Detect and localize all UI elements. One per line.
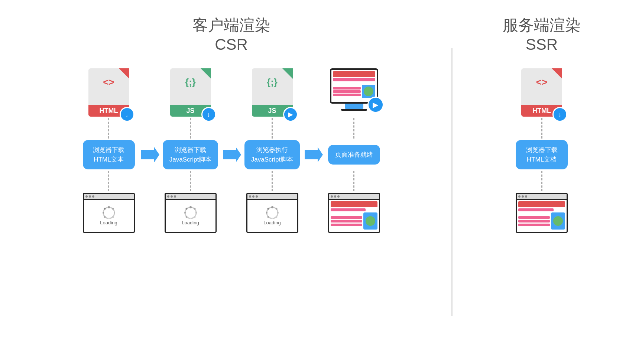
browser-4 [328, 193, 380, 233]
browser-1: Loading [83, 193, 135, 233]
arrow-step-3 [302, 146, 324, 163]
ready-bar-red [331, 201, 377, 207]
svg-point-29 [267, 208, 269, 209]
svg-point-26 [272, 218, 273, 219]
ssr-section: 服务端渲染 SSR <> HTML ↓ 浏览器下载HTML文档 [464, 15, 620, 349]
svg-point-10 [103, 212, 104, 214]
step-slot-1: 浏览器下载HTML文本 [79, 140, 139, 169]
browser-slot-4 [324, 193, 384, 233]
svg-marker-1 [223, 147, 241, 162]
file-corner [119, 68, 129, 79]
browser-dot [331, 195, 333, 198]
svg-point-11 [104, 208, 106, 209]
dot-bspacer-1 [139, 169, 161, 193]
dotted-line-4 [353, 118, 354, 139]
ssr-browser [516, 193, 568, 233]
monitor-bar-red [333, 71, 375, 77]
monitor-circle [364, 87, 373, 96]
browser-dot [522, 195, 524, 198]
ssr-icon-row: <> HTML ↓ [521, 68, 562, 117]
loading-text-1: Loading [100, 220, 117, 225]
ssr-line3 [518, 224, 550, 226]
file-code: <> [103, 77, 114, 88]
browser-loading-1: Loading [84, 200, 134, 231]
svg-point-8 [108, 218, 110, 219]
js-file-icon-1: {;} JS ↓ [170, 68, 211, 117]
section-divider [451, 48, 453, 316]
loading-text-3: Loading [263, 220, 281, 225]
browser-loading-3: Loading [247, 200, 297, 231]
svg-point-23 [275, 208, 277, 209]
html-file-icon-1: <> HTML ↓ [88, 68, 129, 117]
arrow-slot-1 [139, 111, 161, 117]
download-badge-1: ↓ [120, 107, 134, 122]
dotted-lines-top [22, 117, 440, 140]
monitor-main-row [333, 82, 375, 101]
ssr-browser-ready [517, 200, 567, 231]
dotted-line-b3 [272, 171, 273, 191]
monitor-stand [345, 104, 363, 109]
csr-steps-row: 浏览器下载HTML文本 浏览器下载JavaScript脚本 浏览器执行JavaS… [22, 140, 440, 169]
dot-b2 [161, 169, 220, 193]
svg-point-20 [185, 208, 187, 209]
svg-point-14 [194, 208, 195, 209]
browser-dot [92, 195, 94, 198]
dotted-line-b4 [353, 171, 354, 191]
play-badge-1: ▶ [283, 107, 298, 122]
ssr-step-row: 浏览器下载HTML文档 [516, 140, 568, 169]
browser-toolbar-1 [84, 194, 134, 200]
dot-bspacer-3 [302, 169, 324, 193]
arrow-svg-3 [303, 146, 323, 163]
ssr-dotted-top [541, 117, 542, 140]
ready-line1 [331, 216, 362, 219]
step-slot-4: 页面准备就绪 [324, 145, 384, 165]
file-corner [282, 68, 293, 79]
monitor-line2 [333, 90, 361, 93]
csr-icons-row: <> HTML ↓ {;} JS ↓ [22, 68, 440, 117]
browser-dot [256, 195, 258, 198]
svg-point-15 [195, 212, 197, 214]
arrow-slot-3 [302, 111, 324, 117]
monitor-line1 [333, 87, 361, 90]
browser-toolbar-3 [247, 194, 297, 200]
step-slot-3: 浏览器执行JavaScript脚本 [243, 140, 302, 169]
arrow-svg-1 [139, 146, 160, 163]
svg-point-17 [190, 218, 191, 219]
browser-loading-2: Loading [166, 200, 215, 231]
download-badge-2: ↓ [201, 107, 216, 122]
ssr-blue-box [551, 212, 565, 230]
dotted-lines-bottom [22, 169, 440, 193]
ssr-bar-pink [518, 208, 554, 211]
arrow-step-1 [139, 146, 161, 163]
ssr-bar-red [518, 201, 565, 207]
ssr-dotted-line-1 [541, 118, 542, 139]
ssr-main-row [518, 212, 565, 230]
loading-spinner-1 [102, 206, 116, 220]
loading-spinner-3 [265, 206, 279, 220]
ready-blue-box [363, 212, 377, 230]
browser-ready-4 [329, 200, 379, 231]
svg-point-19 [184, 212, 186, 214]
svg-point-9 [104, 216, 106, 218]
browser-dot [167, 195, 169, 198]
svg-point-4 [108, 206, 110, 208]
loading-spinner-2 [184, 206, 198, 220]
ssr-download-badge: ↓ [552, 107, 567, 122]
monitor-wrapper: ▶ [328, 68, 380, 117]
csr-section: 客户端渲染 CSR <> HTML ↓ [22, 15, 440, 349]
ready-line3 [331, 224, 362, 226]
ssr-line2 [518, 220, 550, 222]
ready-line2 [331, 220, 362, 222]
dotted-line-2 [190, 118, 191, 139]
step-box-3: 浏览器执行JavaScript脚本 [244, 140, 300, 169]
browser-2: Loading [165, 193, 217, 233]
svg-point-18 [185, 216, 187, 218]
monitor-lines [333, 82, 361, 101]
file-corner [201, 68, 211, 79]
svg-point-6 [114, 212, 115, 214]
dotted-line-1 [108, 118, 109, 139]
browser-dot [89, 195, 91, 198]
svg-point-16 [194, 216, 195, 218]
step-box-1: 浏览器下载HTML文本 [83, 140, 135, 169]
browser-3: Loading [246, 193, 298, 233]
